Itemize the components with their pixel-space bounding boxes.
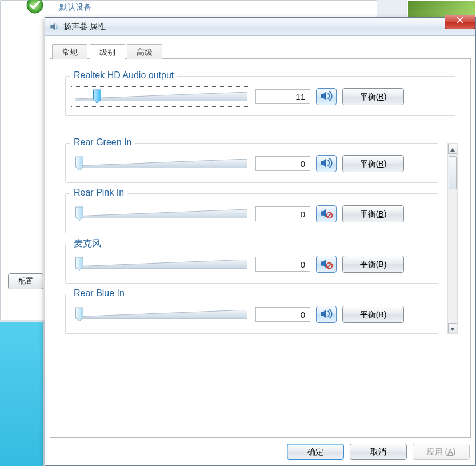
slider-input-0[interactable] <box>73 155 250 172</box>
speaker-on-icon <box>320 309 333 321</box>
group-main-output: Realtek HD Audio output <box>65 76 455 116</box>
slider-track-icon <box>75 310 247 319</box>
group-input-legend: Rear Green In <box>70 137 135 148</box>
balance-input-3[interactable]: 平衡(B) <box>342 306 404 323</box>
tab-row: 常规 级别 高级 <box>50 42 471 59</box>
balance-input-1[interactable]: 平衡(B) <box>342 205 404 222</box>
speaker-on-icon <box>320 91 333 103</box>
thumbnail-image <box>407 0 476 17</box>
value-input-2[interactable] <box>255 257 310 272</box>
tab-general[interactable]: 常规 <box>52 44 87 59</box>
side-strip <box>0 322 43 466</box>
mute-input-2[interactable] <box>316 256 337 273</box>
mute-input-0[interactable] <box>316 155 337 172</box>
group-input-2: 麦克风平衡(B) <box>65 244 438 284</box>
slider-input-3[interactable] <box>73 306 250 323</box>
slider-input-2[interactable] <box>73 256 250 273</box>
dialog-footer: 确定 取消 应用 (A) <box>287 444 470 460</box>
apply-button[interactable]: 应用 (A) <box>413 444 470 460</box>
scroll-thumb[interactable] <box>449 156 457 189</box>
speaker-on-icon <box>320 158 333 170</box>
slider-thumb-icon <box>75 206 84 221</box>
speaker-muted-icon <box>320 258 333 270</box>
value-input-0[interactable] <box>255 156 310 171</box>
svg-marker-4 <box>75 159 247 168</box>
group-input-legend: Rear Blue In <box>70 288 128 298</box>
svg-marker-10 <box>75 260 247 269</box>
group-input-legend: Rear Pink In <box>70 188 127 198</box>
group-input-1: Rear Pink In平衡(B) <box>65 193 438 233</box>
separator <box>65 129 455 129</box>
configure-button[interactable]: 配置 <box>8 273 43 289</box>
value-input-3[interactable] <box>255 307 310 322</box>
svg-rect-11 <box>321 261 323 265</box>
balance-input-2[interactable]: 平衡(B) <box>342 256 404 273</box>
close-icon <box>456 17 464 25</box>
svg-rect-3 <box>321 94 323 98</box>
value-main[interactable] <box>255 89 310 104</box>
slider-thumb-icon <box>75 156 84 171</box>
cancel-button[interactable]: 取消 <box>350 444 407 460</box>
group-input-3: Rear Blue In平衡(B) <box>65 294 438 334</box>
ok-button[interactable]: 确定 <box>287 444 344 460</box>
group-input-legend: 麦克风 <box>70 238 105 250</box>
group-main-legend: Realtek HD Audio output <box>70 70 177 81</box>
slider-track-icon <box>75 260 247 269</box>
dialog-title: 扬声器 属性 <box>63 22 106 32</box>
checkmark-icon <box>26 0 43 14</box>
svg-line-9 <box>327 213 331 217</box>
tab-advanced[interactable]: 高级 <box>127 44 162 59</box>
levels-panel: Realtek HD Audio output <box>50 59 471 438</box>
group-input-0: Rear Green In平衡(B) <box>65 143 438 183</box>
default-device-label: 默认设备 <box>59 2 91 13</box>
scrollbar[interactable] <box>447 143 458 334</box>
svg-rect-15 <box>321 312 323 316</box>
mute-input-3[interactable] <box>316 306 337 323</box>
balance-input-0[interactable]: 平衡(B) <box>342 155 404 172</box>
speaker-properties-dialog: 扬声器 属性 常规 级别 高级 Realtek HD Audio output <box>45 17 476 466</box>
svg-marker-6 <box>75 209 247 218</box>
tab-levels[interactable]: 级别 <box>90 44 125 60</box>
mute-main[interactable] <box>316 88 337 105</box>
mute-input-1[interactable] <box>316 205 337 222</box>
slider-main[interactable] <box>73 88 250 105</box>
scroll-up-button[interactable] <box>448 144 457 154</box>
slider-thumb-icon <box>75 307 84 322</box>
slider-thumb-icon <box>93 89 102 104</box>
svg-rect-7 <box>321 211 323 215</box>
chevron-up-icon <box>450 145 455 153</box>
slider-input-1[interactable] <box>73 205 250 222</box>
svg-rect-1 <box>50 25 53 29</box>
slider-track-icon <box>75 209 247 218</box>
svg-rect-5 <box>321 161 323 165</box>
svg-line-13 <box>327 264 331 268</box>
speaker-muted-icon <box>320 208 333 220</box>
value-input-1[interactable] <box>255 206 310 221</box>
scroll-down-button[interactable] <box>448 323 457 333</box>
speaker-icon <box>50 22 59 31</box>
slider-track-icon <box>75 159 247 168</box>
inputs-scroll-area: Rear Green In平衡(B)Rear Pink In平衡(B)麦克风平衡… <box>65 143 455 334</box>
chevron-down-icon <box>450 324 455 333</box>
close-button[interactable] <box>445 15 475 29</box>
slider-thumb-icon <box>75 257 84 272</box>
balance-main[interactable]: 平衡(B) <box>342 88 404 105</box>
titlebar[interactable]: 扬声器 属性 <box>45 18 475 36</box>
svg-marker-14 <box>75 310 247 319</box>
